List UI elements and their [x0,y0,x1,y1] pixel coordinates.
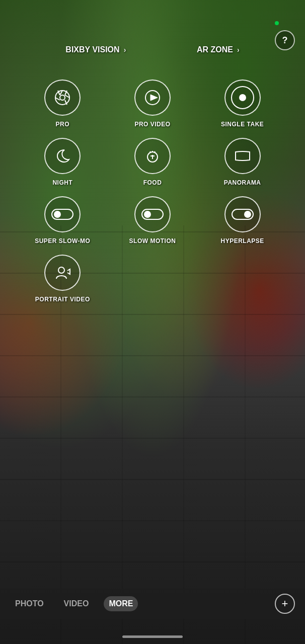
tab-video[interactable]: VIDEO [59,596,94,611]
slow-motion-toggle-icon [141,209,164,220]
bixby-vision-label: BIXBY VISION [65,45,119,54]
mode-food[interactable]: FOOD [110,138,195,186]
mode-night[interactable]: NIGHT [20,138,105,186]
food-icon [143,147,162,165]
super-slow-mo-icon-circle [44,196,81,232]
mode-portrait-video[interactable]: PORTRAIT VIDEO [20,255,105,303]
main-content: ? BIXBY VISION › AR ZONE › [0,0,305,644]
mode-single-take[interactable]: SINGLE TAKE [200,79,285,128]
ar-zone-arrow: › [237,46,240,54]
mode-panorama[interactable]: PANORAMA [200,138,285,186]
toggle-knob-2 [144,211,151,218]
svg-line-12 [150,151,151,153]
mode-bar-wrapper: PHOTO VIDEO MORE + [0,589,305,619]
super-slow-mo-toggle-icon [51,209,73,220]
night-label: NIGHT [52,179,72,186]
mode-super-slow-mo[interactable]: SUPER SLOW-MO [20,196,105,245]
mode-slow-motion[interactable]: SLOW MOTION [110,196,195,245]
panorama-icon [234,147,252,165]
pro-video-label: PRO VIDEO [134,121,170,128]
pro-label: PRO [56,121,70,128]
help-button[interactable]: ? [275,30,295,50]
slow-motion-label: SLOW MOTION [129,237,176,245]
mode-bar: PHOTO VIDEO MORE + [0,589,305,619]
portrait-video-label: PORTRAIT VIDEO [35,296,90,303]
single-take-dot [239,94,246,101]
food-label: FOOD [143,179,162,186]
mode-hyperlapse[interactable]: HYPERLAPSE [200,196,285,245]
toggle-knob-3 [244,211,251,218]
more-menu: PRO PRO VIDEO SINGLE [0,64,305,644]
mode-pro[interactable]: PRO [20,79,105,128]
pro-icon-circle [44,79,81,116]
single-take-inner [231,86,254,109]
mode-pro-video[interactable]: PRO VIDEO [110,79,195,128]
tab-more[interactable]: MORE [104,596,138,611]
panorama-icon-circle [224,138,261,174]
top-area: ? BIXBY VISION › AR ZONE › [0,0,305,64]
quick-links-row: BIXBY VISION › AR ZONE › [10,40,295,59]
aperture-icon [53,89,71,107]
hyperlapse-toggle-icon [232,209,254,220]
food-icon-circle [134,138,171,174]
svg-point-18 [58,267,64,273]
play-circle-icon [143,89,162,107]
ar-zone-label: AR ZONE [197,45,233,54]
svg-marker-9 [150,95,158,101]
svg-point-0 [55,91,69,105]
mode-grid: PRO PRO VIDEO SINGLE [10,74,295,308]
moon-icon [53,147,71,165]
single-take-label: SINGLE TAKE [221,121,264,128]
mode-tabs: PHOTO VIDEO MORE [10,596,138,611]
portrait-video-icon-circle [44,255,81,291]
slow-motion-icon-circle [134,196,171,232]
svg-line-13 [154,151,155,153]
ar-zone-link[interactable]: AR ZONE › [197,45,240,54]
panorama-label: PANORAMA [224,179,261,186]
pro-video-icon-circle [134,79,171,116]
night-icon-circle [44,138,81,174]
bixby-vision-link[interactable]: BIXBY VISION › [65,45,126,54]
bixby-vision-arrow: › [124,46,126,54]
svg-point-1 [60,95,65,100]
tab-photo[interactable]: PHOTO [10,596,49,611]
hyperlapse-icon-circle [224,196,261,232]
hyperlapse-label: HYPERLAPSE [220,237,264,245]
add-mode-button[interactable]: + [275,594,295,614]
portrait-video-icon [53,264,71,282]
single-take-icon [224,79,261,116]
super-slow-mo-label: SUPER SLOW-MO [35,237,90,245]
status-dot [275,21,279,25]
toggle-knob [54,211,61,218]
